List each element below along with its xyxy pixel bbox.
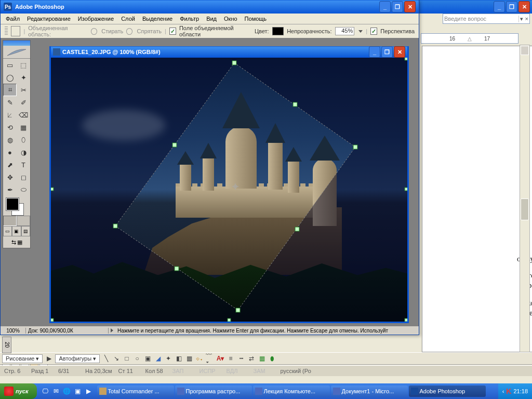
erase-radio[interactable] [91,28,97,35]
wordart-icon[interactable]: ◢ [154,354,162,363]
standard-mode[interactable] [3,216,17,226]
eyedropper-tool[interactable]: ◻ [17,171,30,183]
crop-tool[interactable]: ⌗ [3,84,17,96]
bg-maximize-button[interactable]: ❐ [506,1,517,12]
menu-file[interactable]: Файл [3,15,23,23]
autoshapes-menu[interactable]: Автофигуры ▾ [55,354,100,363]
grip-icon[interactable] [5,26,8,36]
ps-menubar[interactable]: Файл Редактирование Изображение Слой Выд… [1,14,419,24]
color-swatches[interactable] [3,196,30,216]
ruler-origin-tab[interactable]: 20 [2,337,11,353]
quickmask-mode[interactable] [17,216,30,226]
dash-icon[interactable]: ┅ [237,354,245,363]
menu-view[interactable]: Вид [203,15,220,23]
bg-minimize-button[interactable]: _ [494,1,505,12]
document-window[interactable]: CASTLE1_20.JPG @ 100% (RGB/8#) _ ❐ ✕ [49,46,409,323]
wand-tool[interactable]: ✦ [17,71,30,84]
task-button-active[interactable]: Adobe Photoshop [409,385,486,397]
system-tray[interactable]: ‹ K 21:18 [498,383,532,399]
ps-close-button[interactable]: ✕ [404,1,416,12]
crop-tool-icon[interactable] [11,26,21,36]
doc-close-button[interactable]: ✕ [394,46,405,58]
type-tool[interactable]: ◑ [17,146,30,158]
oval-icon[interactable]: ○ [133,354,141,363]
doc-size[interactable]: Док: 900,0К/900,0К [26,328,109,334]
taskbar[interactable]: пуск 🖵 ✉ 🌐 ▣ ▶ Total Commander ... Прогр… [0,383,532,399]
blur-tool[interactable]: ◍ [3,134,17,146]
arrow-style-icon[interactable]: ⇄ [247,354,256,363]
task-button[interactable]: Total Commander ... [97,385,174,397]
ps-options-bar[interactable]: | Объединенная область: Стирать Спрятать… [1,24,419,38]
lasso-tool[interactable]: ◯ [3,71,17,84]
menu-image[interactable]: Изображение [75,15,117,23]
shape-tool[interactable]: T [17,158,30,171]
zoom-field[interactable]: 100% [1,328,26,334]
heal-tool[interactable]: ✎ [3,96,17,109]
menu-layer[interactable]: Слой [118,15,138,23]
textbox-icon[interactable]: ▣ [143,354,152,363]
zoom-tool[interactable]: ⬭ [17,183,30,196]
gradient-tool[interactable]: ▦ [17,121,30,134]
task-button[interactable]: Лекция Компьюте... [253,385,330,397]
opacity-dropdown-icon[interactable] [358,30,363,33]
doc-maximize-button[interactable]: ❐ [381,46,393,58]
status-menu-icon[interactable] [111,328,113,332]
quick-launch[interactable]: 🖵 ✉ 🌐 ▣ ▶ [40,385,94,397]
menu-filter[interactable]: Фильтр [177,15,202,23]
drawing-toolbar[interactable]: Рисование ▾ ▶ Автофигуры ▾ ╲ ↘ □ ○ ▣ ◢ ✦… [0,352,532,365]
tools-palette[interactable]: ▭ ⬚ ◯ ✦ ⌗ ✂ ✎ ✐ ⟀ ⌫ ⟲ ▦ ◍ ⬯ ● ◑ ⬈ T ✥ ◻ [3,40,31,248]
color-swatch[interactable] [272,27,284,35]
canvas[interactable] [51,58,407,322]
mask-mode[interactable] [3,216,30,226]
doc-minimize-button[interactable]: _ [369,46,380,58]
slice-tool[interactable]: ✂ [17,84,30,96]
3d-icon[interactable]: ⬮ [268,354,276,363]
rect-icon[interactable]: □ [123,354,131,363]
kaspersky-icon[interactable]: K [506,387,511,395]
screen-full-menu[interactable]: ▣ [12,226,21,236]
vertical-scrollbar[interactable] [520,45,530,352]
ql-media-icon[interactable]: ▶ [84,385,94,397]
hand-tool[interactable]: ✒ [3,183,17,196]
ps-minimize-button[interactable]: _ [379,1,391,12]
task-button[interactable]: Документ1 - Micro... [331,385,408,397]
pointer-icon[interactable]: ▶ [45,354,53,363]
picture-icon[interactable]: ▦ [185,354,193,363]
arrow-icon[interactable]: ↘ [112,354,121,363]
hide-radio[interactable] [126,28,132,35]
path-tool[interactable]: ● [3,146,17,158]
ruler[interactable]: 16 △ 17 [421,33,518,44]
jump-icon[interactable]: ⇆ [11,239,16,246]
screen-standard[interactable]: ▭ [3,226,12,236]
help-close-icon[interactable]: × [523,16,528,22]
screen-full[interactable]: ▤ [21,226,30,236]
clipart-icon[interactable]: ◧ [175,354,183,363]
menu-window[interactable]: Окно [221,15,241,23]
menu-help[interactable]: Помощь [242,15,270,23]
history-tool[interactable]: ⌫ [17,109,30,121]
ql-browser-icon[interactable]: 🌐 [62,385,72,397]
ql-app-icon[interactable]: ▣ [73,385,83,397]
perspective-checkbox[interactable]: ✓ [370,28,377,35]
shadow-icon[interactable]: ▦ [258,354,266,363]
stamp-tool[interactable]: ⟀ [3,109,17,121]
line-style-icon[interactable]: ≡ [227,354,235,363]
drawing-menu[interactable]: Рисование ▾ [2,354,43,363]
marquee-tool[interactable]: ▭ [3,59,17,71]
help-dropdown-icon[interactable]: ▾ [518,16,523,22]
brush-tool[interactable]: ✐ [17,96,30,109]
jump-to[interactable]: ⇆ ▦ [3,236,30,248]
task-button[interactable]: Программа растро... [175,385,252,397]
ps-maximize-button[interactable]: ❐ [392,1,403,12]
notes-tool[interactable]: ✥ [3,171,17,183]
ql-desktop-icon[interactable]: 🖵 [40,385,50,397]
scroll-up-button[interactable] [521,46,529,55]
line-color-icon[interactable]: 〰▾ [206,354,214,363]
scroll-thumb[interactable] [521,198,529,220]
fill-icon[interactable]: ⟐▾ [195,354,204,363]
tray-expand-icon[interactable]: ‹ [502,388,504,394]
doc-titlebar[interactable]: CASTLE1_20.JPG @ 100% (RGB/8#) _ ❐ ✕ [51,46,407,58]
bg-close-button[interactable]: ✕ [518,1,530,12]
eraser-tool[interactable]: ⟲ [3,121,17,134]
font-color-icon[interactable]: A▾ [216,354,224,363]
